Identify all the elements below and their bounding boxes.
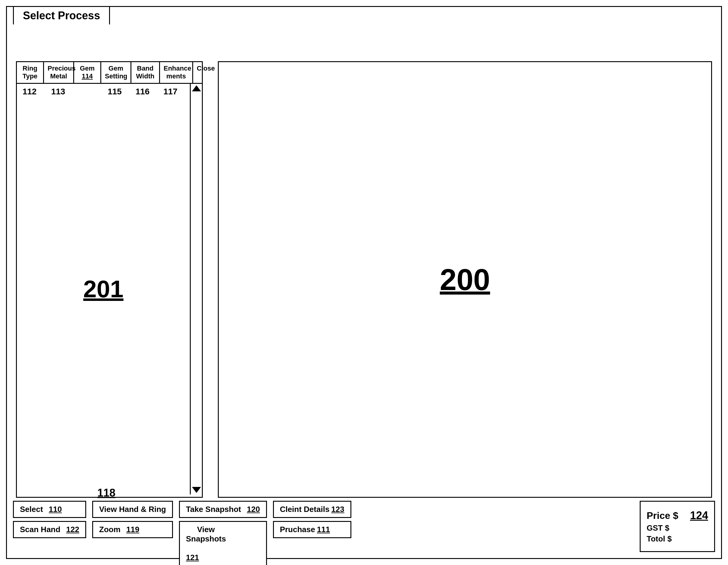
view-hand-button[interactable]: View Hand & Ring: [92, 501, 173, 518]
purchase-num: 111: [317, 525, 330, 534]
client-label: Cleint Details: [280, 505, 330, 514]
zoom-label: Zoom: [99, 525, 121, 534]
total-row: Totol $: [647, 534, 708, 544]
zoom-num: 119: [126, 525, 139, 534]
scan-hand-label: Scan Hand: [20, 525, 60, 534]
snap-num: 121: [186, 553, 199, 562]
bottom-buttons: Select 110 Scan Hand 122 View Hand & Rin…: [13, 501, 715, 552]
tab-gem-setting[interactable]: GemSetting: [101, 62, 131, 83]
left-main: 201: [17, 84, 190, 494]
num-112: 112: [16, 87, 43, 96]
price-panel: Price $ 124 GST $ Totol $: [640, 501, 715, 552]
left-content: 201: [17, 84, 202, 494]
scroll-down-arrow[interactable]: [192, 487, 201, 493]
tab-gem[interactable]: Gem114: [74, 62, 101, 83]
select-num: 110: [49, 505, 62, 514]
right-area-label: 200: [440, 262, 490, 297]
left-panel: RingType PreciousMetal Gem114 GemSetting…: [16, 61, 203, 498]
num-115: 115: [100, 87, 129, 96]
pointer-118: 118: [97, 487, 115, 499]
scan-num: 122: [66, 525, 79, 534]
select-label: Select: [20, 505, 43, 514]
scan-hand-button[interactable]: Scan Hand 122: [13, 521, 86, 538]
num-114-spacer: [73, 87, 100, 96]
btn-group-1: Select 110 Scan Hand 122: [13, 501, 86, 552]
content-area: RingType PreciousMetal Gem114 GemSetting…: [7, 7, 721, 558]
gst-row: GST $: [647, 523, 708, 533]
btn-group-2: View Hand & Ring Zoom 119: [92, 501, 173, 552]
btn-group-3: Take Snapshot 120 ViewSnapshots 121: [179, 501, 267, 552]
client-details-button[interactable]: Cleint Details123: [273, 501, 351, 518]
select-button[interactable]: Select 110: [13, 501, 86, 518]
view-snapshots-button[interactable]: ViewSnapshots 121: [179, 521, 267, 565]
price-row: Price $ 124: [647, 509, 708, 522]
btn-group-4: Cleint Details123 Pruchase111: [273, 501, 351, 552]
price-num: 124: [690, 509, 708, 522]
num-117: 117: [156, 87, 185, 96]
left-area-label: 201: [83, 275, 123, 303]
view-hand-label: View Hand & Ring: [99, 505, 166, 514]
take-snapshot-button[interactable]: Take Snapshot 120: [179, 501, 267, 518]
right-panel: 200: [218, 61, 712, 498]
price-label: Price $: [647, 510, 678, 521]
tab-gem-num: 114: [82, 72, 93, 80]
purchase-label: Pruchase: [280, 525, 315, 534]
snapshot-num: 120: [247, 505, 260, 514]
gst-label: GST $: [647, 523, 669, 533]
client-num: 123: [331, 505, 344, 514]
num-113: 113: [43, 87, 73, 96]
num-116: 116: [129, 87, 156, 96]
tab-row: RingType PreciousMetal Gem114 GemSetting…: [17, 62, 202, 84]
tab-precious-metal[interactable]: PreciousMetal: [44, 62, 74, 83]
zoom-button[interactable]: Zoom 119: [92, 521, 173, 538]
tab-close[interactable]: Close: [193, 62, 217, 83]
tab-enhancements[interactable]: Enhancements: [160, 62, 193, 83]
tab-band-width[interactable]: BandWidth: [131, 62, 160, 83]
tab-numbers: 112 113 115 116 117: [16, 87, 194, 96]
view-snapshots-label: ViewSnapshots: [186, 525, 226, 544]
scrollbar[interactable]: [190, 84, 202, 494]
take-snapshot-label: Take Snapshot: [186, 505, 241, 514]
tab-ring-type[interactable]: RingType: [17, 62, 44, 83]
purchase-button[interactable]: Pruchase111: [273, 521, 351, 538]
main-container: Select Process RingType PreciousMetal Ge…: [6, 6, 722, 559]
total-label: Totol $: [647, 534, 672, 544]
